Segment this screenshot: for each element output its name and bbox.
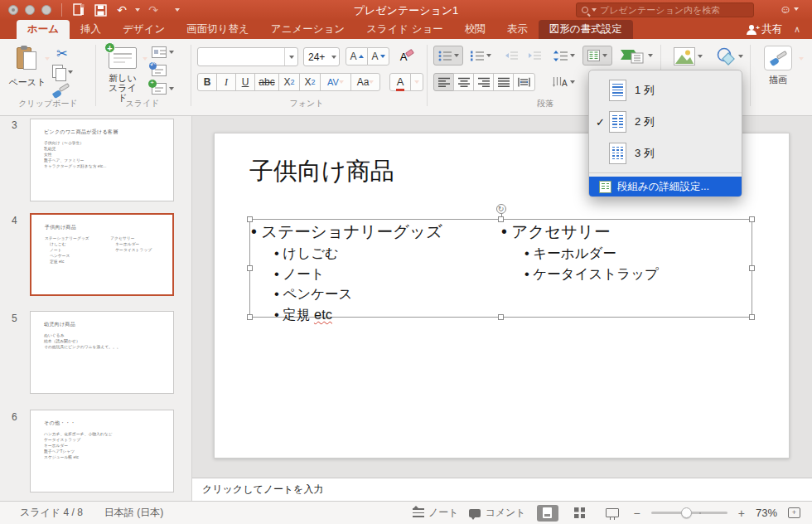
menu-item-column-settings[interactable]: 段組みの詳細設定... [589, 177, 742, 196]
tab-transitions[interactable]: 画面切り替え [176, 20, 260, 39]
text-direction-button[interactable]: A [547, 73, 580, 91]
font-name-combo[interactable] [197, 47, 298, 66]
section-dropdown-caret[interactable] [169, 87, 174, 90]
new-slide-button[interactable]: + 新しい スライド [104, 47, 141, 103]
notes-pane[interactable]: クリックしてノートを入力 [192, 478, 812, 501]
line-spacing-caret[interactable] [570, 54, 575, 57]
menu-item-three-columns[interactable]: 3 列 [589, 138, 742, 169]
layout-dropdown-caret[interactable] [169, 51, 174, 54]
tab-review[interactable]: 校閲 [454, 20, 496, 39]
zoom-level[interactable]: 73% [756, 507, 777, 519]
search-scope-caret[interactable] [592, 8, 597, 12]
copy-dropdown-caret[interactable] [68, 70, 73, 74]
rotation-handle[interactable]: ↻ [496, 204, 506, 214]
slide-sorter-view-button[interactable] [569, 505, 591, 522]
share-button[interactable]: + 共有 [747, 22, 782, 36]
paste-dropdown-caret[interactable] [45, 57, 50, 61]
normal-view-button[interactable] [537, 505, 558, 522]
shrink-font-button[interactable]: A [367, 47, 389, 66]
zoom-window-button[interactable] [41, 5, 51, 15]
thumbnail-slide-3[interactable]: ピンクのワニ商品が受ける客層 子供向け（〜小学生） 乳幼児 女性 親子ペア、ファ… [30, 119, 174, 201]
align-center-button[interactable] [453, 73, 474, 91]
undo-dropdown-caret[interactable] [135, 8, 140, 12]
strikethrough-button[interactable]: abc [254, 73, 279, 91]
tab-home[interactable]: ホーム [17, 20, 70, 39]
tab-slideshow[interactable]: スライド ショー [355, 20, 454, 39]
character-spacing-button[interactable]: AV [320, 73, 351, 91]
zoom-out-button[interactable]: − [634, 507, 640, 520]
menu-item-two-columns[interactable]: ✓ 2 列 [589, 106, 742, 138]
bullets-button[interactable] [433, 46, 463, 66]
grow-font-button[interactable]: A [346, 47, 368, 66]
tab-view[interactable]: 表示 [496, 20, 539, 39]
zoom-in-button[interactable]: + [738, 507, 745, 520]
insert-picture-button[interactable] [668, 44, 708, 69]
picture-caret[interactable] [698, 55, 703, 58]
font-size-caret[interactable] [331, 56, 336, 59]
zoom-slider-knob[interactable] [681, 507, 692, 518]
notes-toggle[interactable]: ノート [413, 506, 459, 520]
slide-layout-button[interactable] [147, 44, 177, 61]
tab-insert[interactable]: 挿入 [70, 20, 112, 39]
distribute-text-button[interactable] [513, 73, 535, 91]
slide-title[interactable]: 子供向け商品 [249, 155, 394, 188]
reset-slide-button[interactable]: ↶ [147, 62, 171, 79]
tab-animations[interactable]: アニメーション [260, 20, 355, 39]
bold-button[interactable]: B [197, 73, 217, 91]
numbering-button[interactable] [466, 46, 495, 66]
spacing-caret[interactable] [339, 80, 344, 84]
italic-button[interactable]: I [216, 73, 236, 91]
line-spacing-button[interactable] [549, 46, 580, 66]
columns-button[interactable] [582, 46, 612, 66]
align-right-button[interactable] [473, 73, 494, 91]
thumbnail-slide-5[interactable]: 幼児向け商品 ぬいぐるみ 絵本（読み聞かせ） その他玩具にピンクのワニを添えて。… [30, 311, 174, 394]
draw-caret[interactable] [799, 57, 804, 61]
case-caret[interactable] [369, 80, 374, 84]
draw-button[interactable]: 描画 [759, 46, 797, 85]
tab-shape-format[interactable]: 図形の書式設定 [539, 20, 633, 39]
tab-design[interactable]: デザイン [112, 20, 176, 39]
justify-button[interactable] [493, 73, 514, 91]
clear-formatting-button[interactable]: A [391, 47, 416, 66]
new-presentation-icon[interactable] [70, 2, 87, 18]
feedback-control[interactable]: ☺ [780, 2, 799, 16]
copy-button[interactable] [48, 63, 76, 81]
comments-toggle[interactable]: コメント [469, 506, 525, 520]
fit-slide-to-window-button[interactable]: + [788, 507, 800, 518]
font-size-combo[interactable]: 24+ [303, 47, 340, 66]
subscript-button[interactable]: X2 [299, 73, 321, 91]
section-button[interactable]: + [147, 80, 177, 97]
shapes-caret[interactable] [738, 55, 743, 58]
convert-smartart-button[interactable] [617, 44, 655, 67]
minimize-window-button[interactable] [25, 5, 35, 15]
change-case-button[interactable]: Aa [350, 73, 380, 91]
slideshow-view-button[interactable] [602, 505, 623, 522]
thumbnail-slide-4-selected[interactable]: 子供向け商品 ステーショナリーグッズ けしごむ ノート ペンケース 定規 etc… [30, 213, 174, 296]
undo-icon[interactable]: ↶ [114, 2, 130, 18]
cut-button[interactable]: ✂ [51, 44, 73, 62]
paste-button[interactable]: ペースト [8, 46, 46, 87]
menu-item-one-column[interactable]: 1 列 [589, 75, 742, 106]
superscript-button[interactable]: X2 [278, 73, 300, 91]
numbering-caret[interactable] [486, 54, 491, 57]
smartart-caret[interactable] [648, 54, 653, 57]
underline-button[interactable]: U [235, 73, 255, 91]
font-color-button[interactable]: A [389, 73, 411, 91]
search-input[interactable] [600, 5, 732, 15]
columns-caret[interactable] [602, 54, 607, 57]
save-icon[interactable] [92, 2, 109, 18]
font-color-caret-button[interactable] [410, 73, 423, 91]
font-name-caret[interactable] [289, 56, 294, 59]
toolbar-options-caret[interactable] [175, 8, 180, 12]
search-box[interactable] [576, 2, 754, 17]
language-indicator[interactable]: 日本語 (日本) [104, 506, 163, 520]
slide-body-text[interactable]: • ステーショナリーグッズ • けしごむ • ノート • ペンケース • 定規 … [251, 221, 752, 324]
close-window-button[interactable] [8, 5, 18, 15]
zoom-slider[interactable] [651, 512, 727, 514]
align-left-button[interactable] [433, 73, 454, 91]
bullets-caret[interactable] [454, 54, 459, 57]
thumbnail-slide-6[interactable]: その他・・・ ハンカチ、化粧ポーチ、小物入れなど ケータイストラップ キーホルダ… [30, 410, 174, 492]
collapse-ribbon-icon[interactable]: ∧ [794, 24, 800, 35]
insert-shape-button[interactable] [711, 44, 747, 69]
text-direction-caret[interactable] [570, 80, 575, 84]
